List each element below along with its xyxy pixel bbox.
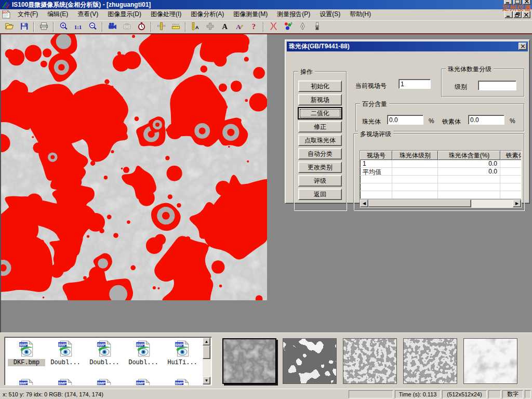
file-list-scrollbar[interactable]: ▲ ▼	[203, 338, 211, 384]
toolbar-button-letter-a[interactable]: A	[218, 21, 231, 33]
menu-item-view[interactable]: 查看(V)	[73, 10, 103, 18]
toolbar-button-zoom-in[interactable]	[57, 21, 70, 33]
grade-button[interactable]: 评级	[298, 175, 342, 187]
menu-item-image-measure[interactable]: 图像测量(M)	[229, 10, 272, 18]
menu-item-help[interactable]: 帮助(H)	[345, 10, 376, 18]
move-cross-icon	[206, 22, 215, 32]
micrograph-thumbnail-sample-5[interactable]	[463, 338, 517, 384]
toolbar-separator	[151, 22, 152, 32]
scroll-thumb[interactable]	[203, 345, 210, 359]
auto-classify-button[interactable]: 自动分类	[298, 148, 342, 159]
toolbar-button-measure-text-ruler[interactable]: A	[189, 21, 202, 33]
toolbar-button-video-camera[interactable]	[105, 21, 119, 33]
table-header-2[interactable]: 珠光体含量(%)	[438, 151, 500, 160]
menu-item-image-process[interactable]: 图像处理(I)	[146, 10, 186, 18]
toolbar-button-help-question[interactable]: ?	[247, 21, 260, 33]
table-row[interactable]	[360, 183, 521, 191]
bottom-panel: ▲ ▼ BMPDKF.bmpBMPBMPDoubl...BMPBMPDoubl.…	[0, 332, 532, 389]
toolbar-button-save-floppy[interactable]	[17, 21, 31, 33]
file-item-2[interactable]: BMPDoubl...	[86, 340, 123, 366]
pearlite-percent-input[interactable]	[387, 115, 423, 125]
toolbar-separator	[102, 22, 103, 32]
file-item-row2-4[interactable]: BMP	[164, 379, 201, 385]
file-item-row2-3[interactable]: BMP	[125, 379, 162, 385]
file-item-row2-2[interactable]: BMP	[86, 379, 123, 385]
document-icon[interactable]: DOC	[2, 10, 11, 19]
svg-text:BMP: BMP	[175, 381, 183, 385]
menu-item-image-display[interactable]: 图像显示(D)	[103, 10, 146, 18]
table-row[interactable]: 10.0	[360, 160, 521, 168]
correct-button[interactable]: 修正	[298, 121, 342, 132]
toolbar-button-pen-nib[interactable]	[296, 21, 309, 33]
table-cell	[392, 176, 438, 183]
svg-text:BMP: BMP	[58, 343, 66, 347]
dialog-title: 珠光体(GB/T9441-88)	[289, 42, 350, 51]
new-field-button[interactable]: 新视场	[298, 94, 342, 105]
file-item-1[interactable]: BMPDoubl...	[47, 340, 84, 366]
micrograph-thumbnail-sample-4[interactable]	[403, 338, 457, 384]
ferrite-unit: %	[510, 117, 515, 125]
scroll-left-button[interactable]: ◀	[360, 200, 368, 207]
level-input[interactable]	[478, 81, 516, 90]
toolbar-button-print[interactable]	[37, 21, 50, 33]
toolbar-button-red-curve[interactable]	[267, 21, 280, 33]
toolbar-button-photo-camera[interactable]	[120, 21, 134, 33]
micrograph-image[interactable]	[1, 34, 267, 300]
toolbar-button-actual-size[interactable]: 1:1	[71, 21, 85, 33]
table-cell: 1	[360, 160, 392, 168]
toolbar-button-open-folder[interactable]	[3, 21, 16, 33]
table-header-1[interactable]: 珠光体级别	[392, 151, 438, 160]
menu-item-edit[interactable]: 编辑(E)	[43, 10, 73, 18]
file-item-row2-0[interactable]: BMP	[8, 379, 45, 385]
toolbar-button-ruler[interactable]	[169, 21, 182, 33]
menu-item-file[interactable]: 文件(F)	[13, 10, 43, 18]
toolbar-button-paint-brush[interactable]	[310, 21, 324, 33]
table-cell	[500, 168, 522, 176]
menu-item-settings[interactable]: 设置(S)	[315, 10, 345, 18]
toolbar-button-caliper[interactable]	[154, 21, 168, 33]
letter-a-icon: A	[220, 22, 229, 32]
table-header-3[interactable]: 铁素体含量(%)	[500, 151, 522, 160]
scroll-thumb[interactable]	[368, 200, 471, 207]
table-cell	[392, 183, 438, 191]
file-item-row2-1[interactable]: BMP	[47, 379, 84, 385]
init-button[interactable]: 初始化	[298, 81, 342, 92]
return-button[interactable]: 返回	[298, 189, 342, 200]
micrograph-thumbnail-sample-3[interactable]	[343, 338, 397, 384]
table-row[interactable]	[360, 191, 521, 199]
dialog-title-bar[interactable]: 珠光体(GB/T9441-88)	[287, 42, 528, 51]
toolbar-button-move-cross[interactable]	[203, 21, 217, 33]
ferrite-percent-input[interactable]	[468, 115, 504, 125]
toolbar-button-phase-balls[interactable]: 3	[281, 21, 295, 33]
measure-text-ruler-icon: A	[191, 22, 200, 32]
paint-brush-icon	[313, 22, 322, 32]
menu-item-measure-report[interactable]: 测量报告(P)	[272, 10, 315, 18]
dialog-close-button[interactable]	[518, 43, 527, 50]
pick-pearlite-button[interactable]: 点取珠光体	[298, 135, 342, 146]
file-item-4[interactable]: BMPHuiTi...	[164, 340, 201, 366]
scroll-right-button[interactable]: ▶	[513, 200, 521, 207]
table-horizontal-scrollbar[interactable]: ◀ ▶	[360, 199, 521, 207]
binarize-button[interactable]: 二值化	[298, 108, 342, 119]
table-row[interactable]	[360, 176, 521, 183]
cursor-position-readout: x: 510 y: 79 idx: 0 RGB: (174, 174, 174)	[0, 391, 103, 397]
video-camera-icon	[108, 22, 117, 32]
current-field-input[interactable]	[398, 79, 431, 89]
micrograph-thumbnail-sample-1[interactable]	[222, 338, 276, 384]
toolbar-button-timer-clock[interactable]	[135, 21, 148, 33]
menu-item-image-analysis[interactable]: 图像分析(A)	[186, 10, 229, 18]
change-class-button[interactable]: 更改类别	[298, 162, 342, 173]
micrograph-thumbnail-sample-2[interactable]	[283, 338, 337, 384]
scroll-down-button[interactable]: ▼	[203, 377, 210, 384]
table-cell	[438, 183, 500, 191]
toolbar-button-annotate-a[interactable]: A	[232, 21, 246, 33]
grading-group-label: 珠光体数量分级	[446, 65, 494, 74]
table-row[interactable]: 平均值0.0	[360, 168, 521, 176]
multi-field-group-label: 多视场评级	[358, 130, 393, 139]
file-item-0[interactable]: BMPDKF.bmp	[8, 340, 45, 366]
file-item-3[interactable]: BMPDoubl...	[125, 340, 162, 366]
table-header-0[interactable]: 视场号	[360, 151, 392, 160]
toolbar-button-zoom-out[interactable]	[86, 21, 99, 33]
svg-text:BMP: BMP	[19, 381, 28, 385]
scroll-up-button[interactable]: ▲	[203, 338, 210, 345]
